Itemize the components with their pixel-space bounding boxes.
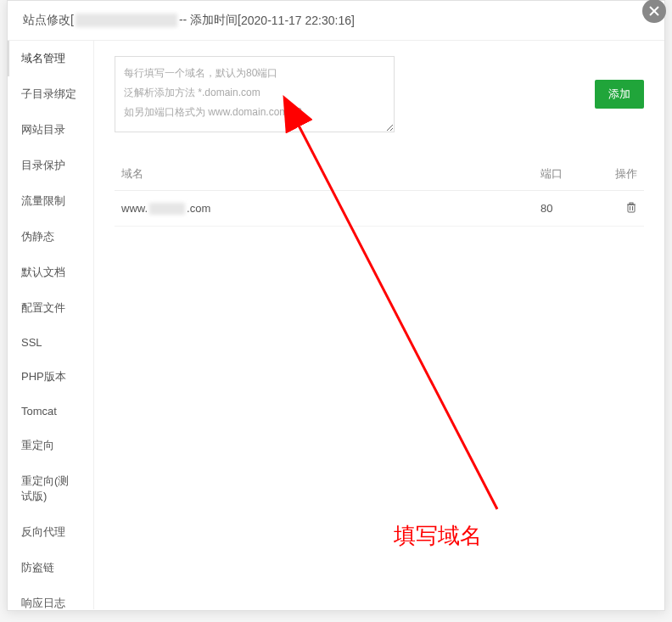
svg-rect-6 bbox=[630, 203, 633, 205]
title-sep: -- 添加时间[ bbox=[179, 13, 241, 28]
sidebar-item-domain-manage[interactable]: 域名管理 bbox=[8, 41, 93, 76]
col-port: 端口 bbox=[534, 158, 602, 191]
sidebar-item-anti-leech[interactable]: 防盗链 bbox=[8, 550, 93, 586]
content-panel: 添加 域名 端口 操作 www. bbox=[94, 41, 664, 609]
sidebar-item-label: 响应日志 bbox=[21, 597, 65, 609]
domain-suffix: .com bbox=[187, 202, 210, 215]
sidebar-item-label: PHP版本 bbox=[21, 370, 66, 383]
sidebar-item-redirect-beta[interactable]: 重定向(测试版) bbox=[8, 463, 93, 514]
sidebar-item-label: 流量限制 bbox=[21, 194, 65, 207]
sidebar-item-redirect[interactable]: 重定向 bbox=[8, 428, 93, 463]
dialog-body: 域名管理 子目录绑定 网站目录 目录保护 流量限制 伪静态 默认文档 配置文件 … bbox=[8, 41, 664, 609]
sidebar-item-subdir-bind[interactable]: 子目录绑定 bbox=[8, 76, 93, 112]
sidebar-item-label: 重定向 bbox=[21, 439, 54, 451]
title-suffix: ] bbox=[351, 14, 355, 27]
sidebar-item-label: SSL bbox=[21, 336, 42, 349]
title-timestamp: 2020-11-17 22:30:16 bbox=[241, 14, 351, 27]
sidebar: 域名管理 子目录绑定 网站目录 目录保护 流量限制 伪静态 默认文档 配置文件 … bbox=[8, 41, 94, 609]
close-icon[interactable] bbox=[642, 0, 666, 23]
sidebar-item-php-version[interactable]: PHP版本 bbox=[8, 359, 93, 395]
sidebar-item-config-file[interactable]: 配置文件 bbox=[8, 290, 93, 326]
add-domain-row: 添加 bbox=[115, 56, 644, 132]
svg-rect-2 bbox=[628, 205, 635, 212]
title-prefix: 站点修改[ bbox=[23, 13, 74, 28]
site-edit-dialog: 站点修改[ -- 添加时间[ 2020-11-17 22:30:16 ] 域名管… bbox=[7, 0, 665, 611]
sidebar-item-label: 目录保护 bbox=[21, 159, 65, 171]
sidebar-item-default-doc[interactable]: 默认文档 bbox=[8, 255, 93, 290]
sidebar-item-rewrite[interactable]: 伪静态 bbox=[8, 219, 93, 255]
domain-middle-blurred bbox=[149, 203, 185, 215]
sidebar-item-label: Tomcat bbox=[21, 405, 57, 417]
sidebar-item-site-dir[interactable]: 网站目录 bbox=[8, 112, 93, 148]
domain-input[interactable] bbox=[115, 56, 395, 132]
sidebar-item-ssl[interactable]: SSL bbox=[8, 326, 93, 359]
sidebar-item-label: 反向代理 bbox=[21, 525, 65, 538]
site-name-blurred bbox=[76, 14, 177, 27]
table-row: www. .com 80 bbox=[115, 191, 644, 227]
sidebar-item-label: 配置文件 bbox=[21, 301, 65, 314]
sidebar-item-tomcat[interactable]: Tomcat bbox=[8, 395, 93, 428]
sidebar-item-dir-protect[interactable]: 目录保护 bbox=[8, 148, 93, 183]
add-button[interactable]: 添加 bbox=[595, 80, 644, 109]
sidebar-item-label: 网站目录 bbox=[21, 123, 65, 136]
col-action: 操作 bbox=[602, 158, 644, 191]
sidebar-item-label: 子目录绑定 bbox=[21, 87, 76, 100]
sidebar-item-label: 防盗链 bbox=[21, 561, 54, 574]
port-cell: 80 bbox=[534, 191, 602, 227]
domain-table: 域名 端口 操作 www. .com bbox=[115, 158, 644, 227]
sidebar-item-traffic-limit[interactable]: 流量限制 bbox=[8, 183, 93, 219]
col-domain: 域名 bbox=[115, 158, 534, 191]
trash-icon[interactable] bbox=[625, 201, 637, 216]
sidebar-item-label: 域名管理 bbox=[21, 52, 65, 64]
sidebar-item-label: 重定向(测试版) bbox=[21, 474, 69, 502]
sidebar-item-response-log[interactable]: 响应日志 bbox=[8, 586, 93, 621]
domain-prefix: www. bbox=[121, 202, 148, 215]
sidebar-item-reverse-proxy[interactable]: 反向代理 bbox=[8, 514, 93, 550]
sidebar-item-label: 默认文档 bbox=[21, 266, 65, 278]
dialog-title: 站点修改[ -- 添加时间[ 2020-11-17 22:30:16 ] bbox=[8, 1, 664, 41]
sidebar-item-label: 伪静态 bbox=[21, 230, 54, 243]
domain-cell: www. .com bbox=[121, 202, 527, 215]
